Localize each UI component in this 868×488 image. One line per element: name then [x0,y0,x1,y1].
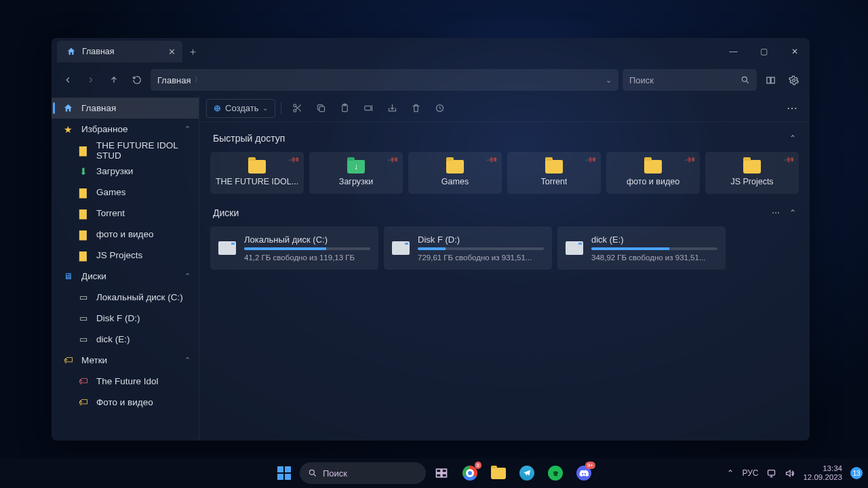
maximize-button[interactable]: ▢ [749,38,779,65]
volume-icon[interactable] [785,468,795,479]
sidebar-tag-item[interactable]: 🏷Фото и видео [52,392,199,413]
sidebar-tags[interactable]: 🏷 Метки ⌃ [52,350,199,371]
pin-icon: 📌 [585,153,597,166]
paste-button[interactable] [334,99,355,118]
close-button[interactable]: ✕ [779,38,810,65]
sidebar-disks[interactable]: 🖥 Диски ⌃ [52,266,199,287]
tab-home[interactable]: Главная ✕ [57,41,182,62]
sidebar-label: Torrent [96,208,125,218]
back-button[interactable] [58,70,77,89]
notifications-button[interactable]: 13 [850,467,863,479]
search-input[interactable]: Поиск [623,69,757,91]
more-button[interactable]: ⋯ [783,102,803,115]
chevron-up-icon[interactable]: ⌃ [184,356,191,365]
tray-overflow-icon[interactable]: ⌃ [727,468,734,478]
sidebar-label: JS Projects [96,250,142,260]
copy-button[interactable] [311,99,332,118]
section-header-quick-access: Быстрый доступ ⌃ [213,133,796,144]
share-button[interactable] [382,99,403,118]
task-view-button[interactable] [429,460,454,486]
new-tab-button[interactable]: ＋ [182,45,203,58]
svg-rect-6 [319,106,325,112]
language-indicator[interactable]: РУС [742,468,758,478]
clock[interactable]: 13:34 12.09.2023 [803,464,842,482]
pin-icon: 📌 [288,153,300,166]
sidebar-disk-item[interactable]: ▭dick (E:) [52,329,199,350]
sidebar-fav-item[interactable]: ▇Torrent [52,203,199,224]
chevron-up-icon[interactable]: ⌃ [184,125,191,134]
address-dropdown-icon[interactable]: ⌄ [606,76,612,85]
chevron-down-icon: ⌄ [262,104,268,112]
svg-point-11 [309,470,314,474]
split-view-button[interactable] [761,70,780,89]
svg-rect-13 [442,469,447,472]
taskbar-app-explorer[interactable] [486,460,511,486]
drives-row: Локальный диск (C:) 41,2 ГБ свободно из … [210,226,799,270]
file-explorer-window: Главная ✕ ＋ ― ▢ ✕ Главная 〉 [52,38,810,441]
drive-item[interactable]: Локальный диск (C:) 41,2 ГБ свободно из … [210,226,378,270]
download-folder-icon [347,160,365,174]
rename-button[interactable] [358,99,379,118]
collapse-icon[interactable]: ⌃ [789,134,796,143]
windows-logo-icon [277,466,291,480]
sidebar-favorites[interactable]: ★ Избранное ⌃ [52,119,199,140]
sidebar-tag-item[interactable]: 🏷The Future Idol [52,371,199,392]
download-icon: ⬇ [77,165,89,177]
quick-access-item[interactable]: 📌THE FUTURE IDOL... [210,152,304,194]
sidebar-disk-item[interactable]: ▭Disk F (D:) [52,308,199,329]
drive-item[interactable]: dick (E:) 348,92 ГБ свободно из 931,51..… [557,226,726,270]
taskbar-app-spotify[interactable] [542,460,568,486]
pin-icon: 📌 [387,153,399,166]
minimize-button[interactable]: ― [718,38,749,65]
up-button[interactable] [104,70,123,89]
quick-access-item[interactable]: 📌JS Projects [705,152,799,194]
folder-icon: ▇ [77,144,89,156]
quick-access-item[interactable]: 📌Загрузки [309,152,403,194]
content-scroll[interactable]: Быстрый доступ ⌃ 📌THE FUTURE IDOL... 📌За… [199,122,810,441]
home-icon [62,102,74,114]
quick-access-item[interactable]: 📌Torrent [507,152,601,194]
section-more-icon[interactable]: ⋯ [772,208,780,218]
network-icon[interactable] [766,468,776,479]
drive-item[interactable]: Disk F (D:) 729,61 ГБ свободно из 931,51… [384,226,552,270]
chevron-up-icon[interactable]: ⌃ [184,272,191,281]
address-bar[interactable]: Главная 〉 ⌄ [151,69,618,91]
taskbar-search[interactable]: Поиск [300,462,426,484]
refresh-button[interactable] [127,70,146,89]
taskbar-app-telegram[interactable] [514,460,540,486]
app-badge: 9+ [585,462,595,469]
section-title: Быстрый доступ [213,133,285,144]
create-button[interactable]: ⊕ Создать ⌄ [206,99,275,118]
collapse-icon[interactable]: ⌃ [789,208,796,218]
start-button[interactable] [271,460,297,486]
forward-button[interactable] [81,70,100,89]
sidebar-fav-item[interactable]: ⬇Загрузки [52,161,199,182]
title-bar: Главная ✕ ＋ ― ▢ ✕ [52,38,810,65]
sidebar-label: Фото и видео [96,397,153,407]
taskbar-app-discord[interactable]: 9+ [571,460,597,486]
taskbar: Поиск 8 9+ ⌃ РУС 13:34 12.09.2023 13 [0,458,868,488]
svg-rect-12 [437,469,441,472]
cut-button[interactable] [287,99,308,118]
tab-close-icon[interactable]: ✕ [168,47,176,57]
properties-button[interactable] [429,99,450,118]
sidebar-fav-item[interactable]: ▇JS Projects [52,245,199,266]
sidebar-home[interactable]: Главная [52,98,199,119]
sidebar-fav-item[interactable]: ▇фото и видео [52,224,199,245]
sidebar-label: dick (E:) [96,334,130,344]
sidebar-fav-item[interactable]: ▇Games [52,182,199,203]
taskbar-center: Поиск 8 9+ [271,460,597,486]
quick-access-item[interactable]: 📌Games [408,152,502,194]
settings-button[interactable] [784,70,803,89]
sidebar-fav-item[interactable]: ▇THE FUTURE IDOL STUD [52,140,199,161]
delete-button[interactable] [406,99,427,118]
pin-icon: 📌 [486,153,498,166]
folder-icon [743,160,761,174]
quick-access-item[interactable]: 📌фото и видео [606,152,700,194]
separator [281,102,281,115]
sidebar-disk-item[interactable]: ▭Локальный диск (C:) [52,287,199,308]
search-icon [741,75,750,85]
sidebar-label: Метки [81,355,107,365]
taskbar-app-chrome[interactable]: 8 [457,460,483,486]
sidebar-label: Загрузки [96,166,133,176]
